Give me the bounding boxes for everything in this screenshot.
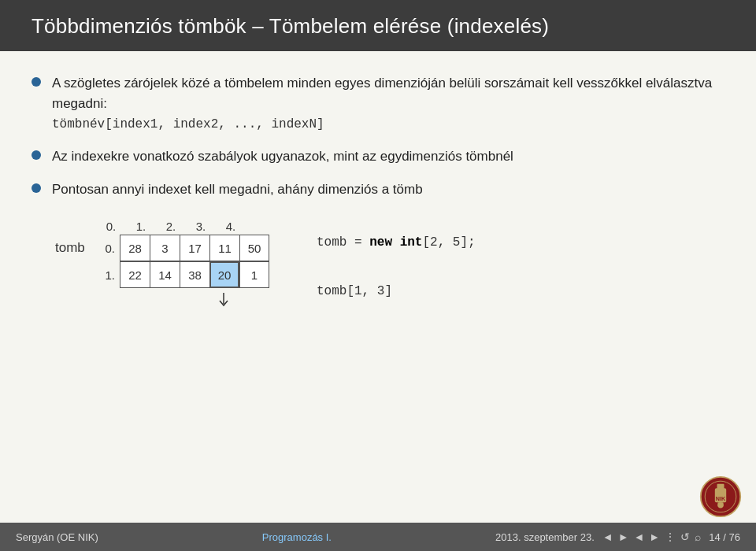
code-line-2: tomb[1, 3]	[317, 284, 476, 298]
cell-0-3: 11	[209, 235, 239, 261]
page-current: 14	[709, 531, 720, 543]
bullet-text-2: Az indexekre vonatkozó szabályok ugyanaz…	[52, 146, 724, 167]
cell-1-2: 38	[180, 261, 209, 288]
arrow-icon	[213, 293, 235, 310]
nav-right2-icon[interactable]: ►	[649, 531, 660, 543]
svg-rect-4	[717, 484, 724, 490]
nav-right-icon[interactable]: ►	[618, 531, 629, 543]
nav-search-icon[interactable]: ⌕	[695, 531, 701, 543]
footer-date: 2013. szeptember 23.	[495, 531, 595, 543]
cell-1-0: 22	[120, 261, 150, 288]
nav-refresh-icon[interactable]: ↺	[680, 531, 690, 543]
slide-content: A szögletes zárójelek közé a tömbelem mi…	[0, 51, 756, 523]
bullet1-text: A szögletes zárójelek közé a tömbelem mi…	[52, 76, 712, 111]
footer-center: Programozás I.	[262, 531, 332, 543]
footer-right: 2013. szeptember 23. ◄ ► ◄ ► ⋮ ↺ ⌕ 14 / …	[495, 531, 740, 543]
bullet-dot-1	[32, 77, 41, 87]
col-idx-4: 4.	[216, 220, 246, 233]
header-title: Többdimenziós tömbök – Tömbelem elérése …	[32, 14, 549, 38]
code-area: tomb = new int[2, 5]; tomb[1, 3]	[317, 220, 476, 298]
footer: Sergyán (OE NIK) Programozás I. 2013. sz…	[0, 523, 756, 551]
cell-1-3-highlighted: 20	[209, 261, 239, 288]
nav-dots-icon[interactable]: ⋮	[665, 531, 676, 543]
svg-text:NIK: NIK	[716, 495, 726, 502]
cell-0-0: 28	[120, 235, 150, 261]
cell-0-2: 17	[180, 235, 209, 261]
emblem-svg: NIK	[699, 475, 742, 518]
bullet-item-3: Pontosan annyi indexet kell megadni, ahá…	[32, 179, 724, 200]
page-total: 76	[729, 531, 740, 543]
col-idx-0: 0.	[96, 220, 126, 233]
cell-0-4: 50	[239, 235, 269, 261]
col-idx-1: 1.	[126, 220, 156, 233]
cell-1-1: 14	[150, 261, 180, 288]
array-row-1: 1. 22 14 38 20 1	[55, 261, 269, 288]
tomb-label: tomb	[55, 240, 93, 256]
bullet-text-3: Pontosan annyi indexet kell megadni, ahá…	[52, 179, 724, 200]
bullet1-code: tömbnév[index1, index2, ..., indexN]	[52, 117, 324, 131]
bullet-dot-2	[32, 150, 41, 160]
footer-nav: ◄ ► ◄ ► ⋮ ↺ ⌕	[602, 531, 701, 543]
cell-1-4: 1	[239, 261, 269, 288]
footer-page: 14 / 76	[709, 531, 740, 543]
code-tomb-index: tomb[1, 3]	[317, 284, 392, 298]
col-index-row: 0. 1. 2. 3. 4.	[96, 220, 246, 233]
footer-left: Sergyán (OE NIK)	[16, 531, 98, 543]
svg-rect-6	[717, 502, 723, 506]
col-idx-3: 3.	[186, 220, 216, 233]
array-rows: tomb 0. 28 3 17 11 50 1. 22 14 38	[55, 235, 269, 288]
code-line-1: tomb = new int[2, 5];	[317, 235, 476, 250]
bullet-dot-3	[32, 183, 41, 193]
arrow-area	[213, 293, 235, 310]
bullet-text-1: A szögletes zárójelek közé a tömbelem mi…	[52, 73, 724, 134]
slide: Többdimenziós tömbök – Tömbelem elérése …	[0, 0, 756, 551]
row-idx-0: 0.	[96, 242, 115, 255]
cell-0-1: 3	[150, 235, 180, 261]
diagram-area: 0. 1. 2. 3. 4. tomb 0. 28 3 17 11 5	[55, 220, 724, 310]
row-idx-1: 1.	[96, 268, 115, 282]
nav-left2-icon[interactable]: ◄	[633, 531, 644, 543]
col-idx-2: 2.	[156, 220, 186, 233]
nav-prev-icon[interactable]: ◄	[602, 531, 613, 543]
array-row-0: tomb 0. 28 3 17 11 50	[55, 235, 269, 261]
slide-header: Többdimenziós tömbök – Tömbelem elérése …	[0, 0, 756, 51]
bullet-item-2: Az indexekre vonatkozó szabályok ugyanaz…	[32, 146, 724, 167]
array-container: 0. 1. 2. 3. 4. tomb 0. 28 3 17 11 5	[55, 220, 269, 310]
emblem: NIK	[699, 475, 742, 518]
bullet-item-1: A szögletes zárójelek közé a tömbelem mi…	[32, 73, 724, 134]
